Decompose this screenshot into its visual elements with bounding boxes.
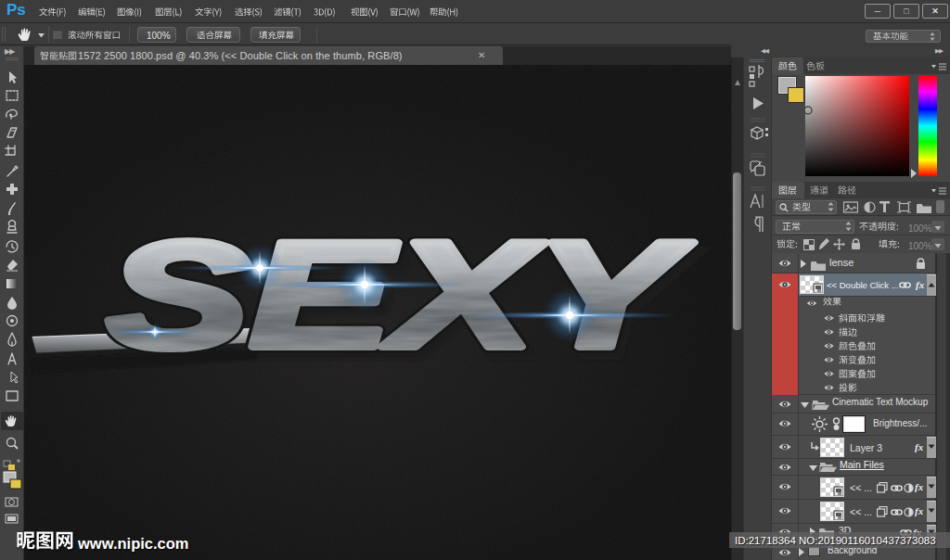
svg-text:SEXY: SEXY <box>107 210 694 379</box>
